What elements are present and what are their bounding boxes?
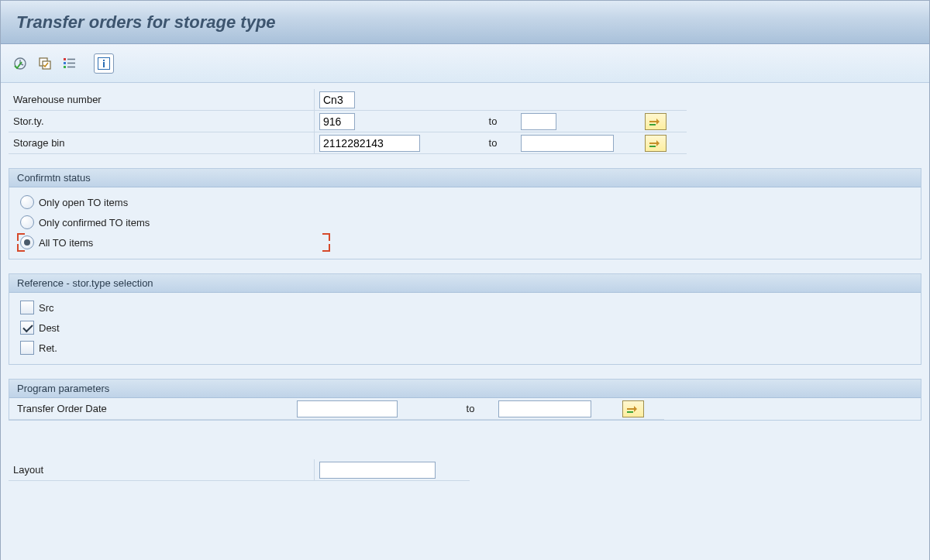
warehouse-label: Warehouse number [9, 89, 315, 111]
stor-ty-from-input[interactable] [319, 113, 355, 130]
storage-bin-from-input[interactable] [319, 135, 420, 152]
warehouse-input[interactable] [319, 91, 355, 108]
layout-label: Layout [9, 459, 315, 481]
storage-bin-multi-button[interactable] [645, 135, 666, 152]
toolbar [1, 44, 929, 83]
stor-ty-label: Stor.ty. [9, 111, 315, 132]
todate-from-input[interactable] [297, 400, 398, 417]
confirm-status-group: Confirmtn status Only open TO items Only… [9, 168, 921, 259]
svg-rect-5 [64, 58, 66, 60]
storage-bin-label: Storage bin [9, 132, 315, 154]
confirm-status-header: Confirmtn status [9, 169, 921, 187]
radio-open-to[interactable] [20, 195, 34, 209]
svg-rect-14 [649, 124, 656, 125]
window: Transfer orders for storage type [0, 0, 930, 560]
titlebar: Transfer orders for storage type [1, 1, 929, 44]
reference-header: Reference - stor.type selection [9, 274, 921, 293]
check-src[interactable] [20, 301, 34, 314]
todate-multi-button[interactable] [622, 400, 644, 417]
todate-to-input[interactable] [498, 400, 591, 417]
check-ret[interactable] [20, 341, 34, 355]
storage-bin-to-label: to [489, 137, 498, 149]
todate-to-label: to [467, 403, 475, 414]
svg-rect-12 [103, 60, 105, 61]
radio-all-to[interactable] [20, 235, 34, 249]
stor-ty-to-input[interactable] [521, 113, 556, 130]
stor-ty-multi-button[interactable] [645, 113, 666, 130]
svg-rect-13 [103, 62, 105, 67]
layout-input[interactable] [319, 462, 436, 479]
radio-confirmed-to-label: Only confirmed TO items [39, 217, 150, 228]
svg-rect-16 [627, 411, 633, 413]
storage-bin-to-input[interactable] [521, 135, 614, 152]
program-group: Program parameters Transfer Order Date t… [9, 379, 921, 421]
check-dest[interactable] [20, 321, 34, 335]
check-src-label: Src [39, 302, 54, 314]
svg-rect-6 [64, 62, 66, 64]
execute-button[interactable] [10, 53, 30, 74]
check-ret-label: Ret. [39, 342, 57, 354]
radio-open-to-label: Only open TO items [39, 197, 128, 208]
program-header: Program parameters [9, 380, 921, 398]
svg-rect-15 [649, 146, 656, 147]
content: Warehouse number Stor.ty. to [1, 83, 929, 560]
radio-all-to-label: All TO items [39, 237, 93, 249]
reference-group: Reference - stor.type selection Src Dest… [9, 273, 921, 365]
stor-ty-to-label: to [489, 115, 498, 127]
page-title: Transfer orders for storage type [16, 12, 276, 33]
get-variant-button[interactable] [35, 53, 55, 74]
check-dest-label: Dest [39, 322, 60, 334]
radio-confirmed-to[interactable] [20, 215, 34, 229]
todate-label: Transfer Order Date [9, 398, 292, 420]
selection-options-button[interactable] [60, 53, 80, 74]
info-button[interactable] [94, 53, 114, 74]
selection-grid: Warehouse number Stor.ty. to [9, 89, 921, 154]
svg-rect-7 [64, 66, 66, 68]
